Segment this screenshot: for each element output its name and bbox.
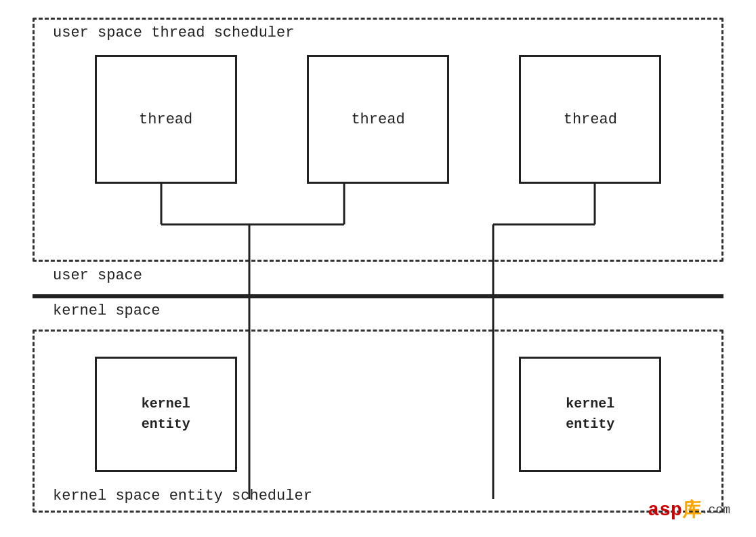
diagram-wrapper: user space thread scheduler thread threa… [19, 11, 737, 526]
kernel-entity-box-2: kernelentity [519, 357, 661, 472]
thread-box-1: thread [95, 55, 237, 184]
kernel-entities-container: kernelentity kernelentity [19, 357, 737, 472]
kernel-entity-box-1: kernelentity [95, 357, 237, 472]
watermark-rest: .com [701, 503, 730, 517]
kernel-space-label: kernel space [53, 302, 160, 319]
watermark-asp: asp [648, 500, 681, 521]
thread-box-3: thread [519, 55, 661, 184]
threads-container: thread thread thread [19, 55, 737, 184]
thread-box-2: thread [307, 55, 449, 184]
divider-line [33, 294, 723, 298]
user-space-label: user space [53, 267, 142, 284]
user-space-scheduler-label: user space thread scheduler [53, 24, 294, 41]
kernel-entity-spacer [307, 357, 449, 472]
kernel-space-scheduler-label: kernel space entity scheduler [53, 488, 312, 504]
watermark: asp 库 .com [648, 497, 730, 523]
watermark-ku: 库 [682, 497, 701, 523]
